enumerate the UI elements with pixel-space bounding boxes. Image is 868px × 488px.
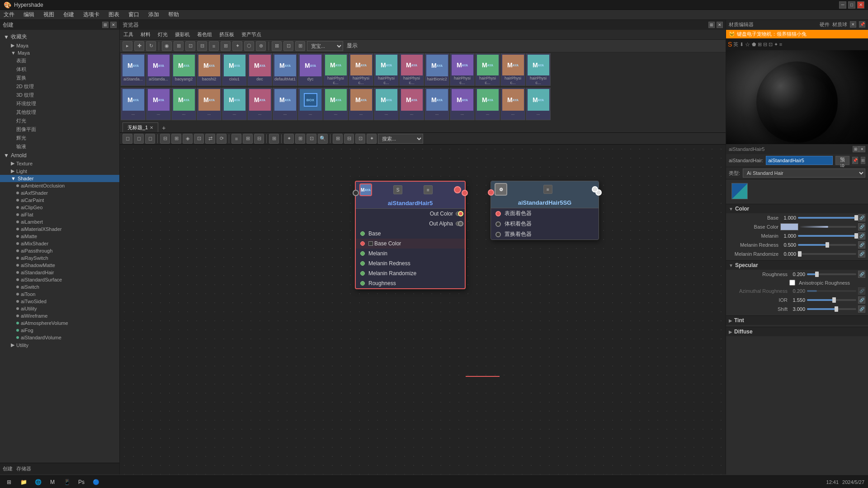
shader-preset-btn[interactable]: 预设▾ bbox=[835, 156, 849, 165]
right-panel-pin[interactable]: 📌 bbox=[859, 21, 865, 28]
mat-thumb-0[interactable]: MAYAaiStanda... bbox=[121, 53, 146, 86]
tree-item-utility[interactable]: ▶Utility bbox=[0, 341, 119, 349]
tree-item-shader[interactable]: ▼Shader bbox=[0, 175, 119, 182]
ng-search-select[interactable]: 搜索... bbox=[378, 134, 423, 144]
aniso-checkbox[interactable] bbox=[789, 280, 795, 286]
ng-tool12[interactable]: ⊟ bbox=[254, 134, 264, 144]
browser-tab-camera[interactable]: 摄影机 bbox=[171, 30, 193, 40]
tree-item-aiLambert[interactable]: aiLambert bbox=[0, 218, 119, 225]
tree-item-aiAtmosphereVolume[interactable]: aiAtmosphereVolume bbox=[0, 319, 119, 327]
mat-thumb-2[interactable]: MAYAbaoyang2 bbox=[171, 53, 196, 86]
tool-btn11[interactable]: ⊡ bbox=[283, 41, 293, 51]
base-color-check[interactable] bbox=[368, 241, 373, 246]
melanin-randomize-link-btn[interactable]: 🔗 bbox=[858, 250, 865, 258]
tool-select[interactable]: ▸ bbox=[123, 41, 132, 51]
melanin-slider-track[interactable] bbox=[798, 235, 856, 237]
mat-thumb-4[interactable]: MAYA... bbox=[222, 88, 247, 120]
node-hair-s-btn[interactable]: S bbox=[393, 185, 402, 194]
tree-item-aiMatte[interactable]: aiMatte bbox=[0, 233, 119, 240]
hair-right-connector[interactable] bbox=[462, 190, 468, 196]
specular-section-header[interactable]: ▼ Specular bbox=[726, 260, 868, 270]
tree-item-displace[interactable]: 置换 bbox=[0, 74, 119, 82]
tool-btn10[interactable]: ⊠ bbox=[272, 41, 282, 51]
close-button[interactable]: ✕ bbox=[857, 1, 864, 9]
ng-tool7[interactable]: ⊡ bbox=[194, 134, 204, 144]
tree-item-aiAmbientOcclusion[interactable]: aiAmbientOcclusion bbox=[0, 182, 119, 189]
status-icon-app2[interactable]: 🔵 bbox=[90, 477, 101, 488]
tool-btn6[interactable]: ⊞ bbox=[221, 41, 231, 51]
tool-btn1[interactable]: ◉ bbox=[162, 41, 172, 51]
shader-name-input[interactable] bbox=[766, 156, 833, 165]
menu-edit[interactable]: 编辑 bbox=[22, 10, 36, 19]
shader-pin-btn[interactable]: 📌 bbox=[852, 157, 858, 164]
tool-btn8[interactable]: ⬡ bbox=[244, 41, 254, 51]
tree-item-volume[interactable]: 体积 bbox=[0, 65, 119, 74]
ng-tool19[interactable]: ⊡ bbox=[355, 134, 365, 144]
hair-left-connector[interactable] bbox=[353, 190, 359, 196]
mat-thumb-10[interactable]: MAYAhairPhysic... bbox=[374, 53, 399, 86]
tool-btn9[interactable]: ⊕ bbox=[256, 41, 266, 51]
base-slider-track[interactable] bbox=[798, 217, 856, 219]
tree-item-envtex[interactable]: 环境纹理 bbox=[0, 99, 119, 108]
mat-thumb-13[interactable]: MAYAhairPhysic... bbox=[450, 53, 475, 86]
shift-link-btn[interactable]: 🔗 bbox=[858, 305, 865, 313]
menu-create[interactable]: 创建 bbox=[61, 10, 76, 19]
status-icon-ps[interactable]: Ps bbox=[76, 477, 87, 488]
ng-tool15[interactable]: ⊞ bbox=[295, 134, 305, 144]
mat-thumb-11[interactable]: MAYAhairPhysic... bbox=[399, 53, 424, 86]
tree-item-aiMixShader[interactable]: aiMixShader bbox=[0, 240, 119, 247]
tool-btn5[interactable]: ≡ bbox=[209, 41, 219, 51]
tree-item-aiStandardVolume[interactable]: aiStandardVolume bbox=[0, 334, 119, 341]
browser-tab-light[interactable]: 灯光 bbox=[154, 30, 171, 40]
mat-thumb-14[interactable]: MAYA... bbox=[475, 88, 500, 120]
mat-thumb-10[interactable]: MAYA... bbox=[374, 88, 399, 120]
toolbar-select-view[interactable]: 宽宝... bbox=[307, 41, 343, 51]
nodegraph-tab-main[interactable]: 无标题_1 ✕ bbox=[123, 122, 158, 132]
tree-item-aiFog[interactable]: aiFog bbox=[0, 327, 119, 334]
tree-item-aiStandardSurface[interactable]: aiStandardSurface bbox=[0, 276, 119, 283]
tool-btn2[interactable]: ⊞ bbox=[174, 41, 184, 51]
tree-section-header-favorites[interactable]: ▼ 收藏夹 bbox=[0, 32, 119, 42]
tree-item-3dtex[interactable]: 3D 纹理 bbox=[0, 91, 119, 99]
menu-help[interactable]: 帮助 bbox=[166, 10, 181, 19]
tree-item-aiStandardHair[interactable]: aiStandardHair bbox=[0, 269, 119, 276]
ng-tool17[interactable]: ⊞ bbox=[333, 134, 343, 144]
base-link-btn[interactable]: 🔗 bbox=[858, 214, 865, 221]
tree-item-texture[interactable]: ▶Texture bbox=[0, 160, 119, 167]
ng-tool8[interactable]: ⇄ bbox=[205, 134, 215, 144]
tree-item-othertex[interactable]: 其他纹理 bbox=[0, 108, 119, 117]
menu-graph[interactable]: 图表 bbox=[107, 10, 121, 19]
tool-rotate[interactable]: ↻ bbox=[146, 41, 156, 51]
minimize-button[interactable]: ─ bbox=[839, 1, 846, 9]
right-panel-close[interactable]: ✕ bbox=[850, 21, 856, 28]
props-close-btn[interactable]: ✕ bbox=[859, 146, 865, 152]
ng-tool11[interactable]: ⊞ bbox=[243, 134, 253, 144]
mat-thumb-7[interactable]: BOX... bbox=[298, 88, 323, 120]
menu-file[interactable]: 文件 bbox=[2, 10, 16, 19]
tree-item-arnoldlight[interactable]: ▶Light bbox=[0, 167, 119, 175]
status-icon-folder[interactable]: 📁 bbox=[18, 477, 29, 488]
menu-window[interactable]: 窗口 bbox=[127, 10, 141, 19]
tree-item-aiSwitch[interactable]: aiSwitch bbox=[0, 283, 119, 291]
tree-item-fluid[interactable]: 输液 bbox=[0, 142, 119, 151]
mat-thumb-9[interactable]: MAYA... bbox=[349, 88, 373, 120]
mat-thumb-6[interactable]: MAYA... bbox=[273, 88, 297, 120]
mat-thumb-5[interactable]: MAYAdec bbox=[247, 53, 272, 86]
tree-item-aiToon[interactable]: aiToon bbox=[0, 291, 119, 298]
tree-item-surface[interactable]: 表面 bbox=[0, 56, 119, 65]
ng-tool4[interactable]: ⊟ bbox=[160, 134, 170, 144]
mat-thumb-12[interactable]: MAYA... bbox=[425, 88, 449, 120]
tree-item-light[interactable]: 灯光 bbox=[0, 117, 119, 125]
tree-item-aiMaterialXShader[interactable]: aiMaterialXShader bbox=[0, 225, 119, 233]
add-tab-btn[interactable]: + bbox=[159, 123, 168, 132]
node-canvas[interactable]: M AYA S ≡ aiStandardHair5 Out Color bbox=[120, 145, 726, 474]
tree-item-aiWireframe[interactable]: aiWireframe bbox=[0, 312, 119, 319]
mat-thumb-15[interactable]: MAYAhairPhysic... bbox=[500, 53, 525, 86]
tree-item-glow[interactable]: 辉光 bbox=[0, 134, 119, 142]
node-sg[interactable]: ⚙ ≡ aiStandardHair5SG 表面着色器 体积着色器 bbox=[491, 181, 599, 240]
ng-tool2[interactable]: ◻ bbox=[134, 134, 144, 144]
node-hair[interactable]: M AYA S ≡ aiStandardHair5 Out Color bbox=[355, 181, 466, 289]
mat-thumb-1[interactable]: MAYA... bbox=[146, 88, 171, 120]
mat-thumb-1[interactable]: MAYAaiStanda... bbox=[146, 53, 171, 86]
color-section-header[interactable]: ▼ Color bbox=[726, 204, 868, 213]
